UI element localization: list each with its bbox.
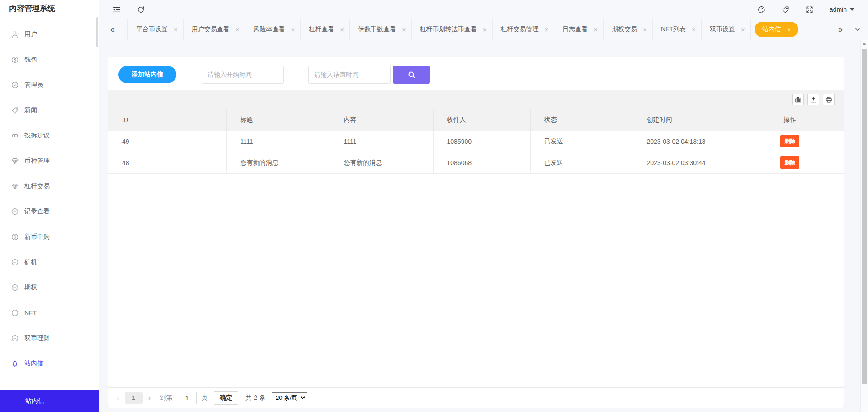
close-icon[interactable]: × bbox=[545, 26, 549, 33]
scrollbar-thumb[interactable] bbox=[862, 49, 867, 384]
close-icon[interactable]: × bbox=[483, 26, 487, 33]
sidebar-item-users[interactable]: 用户 bbox=[0, 22, 99, 47]
tab[interactable]: 期权交易× bbox=[604, 19, 653, 40]
tab[interactable]: 平台币设置× bbox=[127, 19, 184, 40]
col-header-id: ID bbox=[108, 109, 226, 131]
sidebar-item-wallet[interactable]: 钱包 bbox=[0, 47, 99, 72]
app-title: 内容管理系统 bbox=[0, 0, 99, 16]
messages-table: ID 标题 内容 收件人 状态 创建时间 操作 49 1111 1111 108… bbox=[108, 109, 844, 174]
confirm-page-button[interactable]: 确定 bbox=[214, 391, 238, 405]
columns-filter-button[interactable] bbox=[792, 94, 804, 105]
close-icon[interactable]: × bbox=[402, 26, 406, 33]
end-time-input[interactable] bbox=[308, 66, 391, 84]
tab[interactable]: NFT列表× bbox=[653, 19, 702, 40]
cell-title: 您有新的消息 bbox=[226, 152, 330, 173]
sidebar-item-label: NFT bbox=[24, 309, 37, 317]
sidebar-item-label: 钱包 bbox=[24, 56, 37, 64]
search-icon bbox=[408, 71, 415, 79]
sidebar-item-records[interactable]: 记录查看 bbox=[0, 199, 99, 224]
sidebar-item-feedback[interactable]: 投拆建议 bbox=[0, 123, 99, 148]
dollar-coin-icon bbox=[11, 56, 19, 63]
col-header-created: 创建时间 bbox=[633, 109, 736, 131]
close-icon[interactable]: × bbox=[340, 26, 344, 33]
tab[interactable]: 用户交易查看× bbox=[184, 19, 245, 40]
col-header-recipient: 收件人 bbox=[433, 109, 530, 131]
collapse-menu-icon[interactable] bbox=[113, 6, 121, 14]
tabs-scroll-right-button[interactable]: » bbox=[838, 25, 843, 34]
sidebar-item-admins[interactable]: 管理员 bbox=[0, 72, 99, 98]
sidebar-item-leverage[interactable]: 杠杆交易 bbox=[0, 174, 99, 199]
sidebar-item-label: 管理员 bbox=[24, 81, 43, 89]
tab-active-messages[interactable]: 站内信× bbox=[755, 22, 799, 37]
tab[interactable]: 日志查看× bbox=[554, 19, 604, 40]
goto-page-input[interactable] bbox=[177, 392, 197, 404]
delete-button[interactable]: 删除 bbox=[780, 156, 799, 169]
tag-icon[interactable] bbox=[782, 6, 789, 14]
delete-button[interactable]: 删除 bbox=[780, 135, 799, 147]
tab-label: NFT列表 bbox=[661, 25, 686, 33]
user-menu[interactable]: admin bbox=[830, 6, 854, 13]
sidebar-submenu-messages-active[interactable]: 站内信 bbox=[0, 390, 99, 412]
col-header-actions: 操作 bbox=[736, 109, 844, 131]
coin-icon bbox=[11, 259, 19, 266]
tab[interactable]: 风险率查看× bbox=[245, 19, 301, 40]
sidebar-item-new-coin[interactable]: 新币申购 bbox=[0, 224, 99, 250]
messages-card: 添加站内信 bbox=[108, 57, 844, 408]
print-button[interactable] bbox=[823, 94, 835, 105]
fullscreen-icon[interactable] bbox=[806, 6, 813, 14]
scrollbar-up-arrow[interactable] bbox=[861, 40, 868, 47]
page-size-select[interactable]: 20 条/页 bbox=[272, 392, 307, 403]
sidebar-item-dual-coin[interactable]: 双币理财 bbox=[0, 326, 99, 351]
tabs-dropdown-icon[interactable] bbox=[854, 26, 861, 33]
palette-icon[interactable] bbox=[758, 6, 765, 14]
tab[interactable]: 双币设置× bbox=[702, 19, 751, 40]
col-header-status: 状态 bbox=[530, 109, 633, 131]
tab-label: 双币设置 bbox=[710, 25, 735, 33]
close-icon[interactable]: × bbox=[643, 26, 647, 33]
tabbar: « 平台币设置× 用户交易查看× 风险率查看× 杠杆查看× 倍数手数查看× 杠杆… bbox=[99, 19, 868, 40]
refresh-icon[interactable] bbox=[137, 6, 145, 14]
add-message-button[interactable]: 添加站内信 bbox=[118, 66, 176, 83]
columns-icon bbox=[795, 96, 802, 103]
prev-page-button[interactable]: ‹ bbox=[117, 393, 119, 403]
sidebar-item-messages[interactable]: 站内信 bbox=[0, 351, 99, 376]
close-icon[interactable]: × bbox=[787, 26, 791, 33]
coin-icon bbox=[11, 284, 19, 291]
sidebar-item-coin-manage[interactable]: 币种管理 bbox=[0, 148, 99, 174]
tab-label: 杠杆币划转法币查看 bbox=[420, 25, 477, 33]
sidebar-item-nft[interactable]: NFT bbox=[0, 300, 99, 326]
close-icon[interactable]: × bbox=[174, 26, 178, 33]
export-icon bbox=[810, 96, 817, 103]
total-count-label: 共 2 条 bbox=[245, 394, 265, 402]
table-row: 48 您有新的消息 您有新的消息 1086068 已发送 2023-03-02 … bbox=[108, 152, 844, 173]
close-icon[interactable]: × bbox=[236, 26, 240, 33]
close-icon[interactable]: × bbox=[291, 26, 295, 33]
current-page-badge[interactable]: 1 bbox=[125, 392, 143, 404]
cell-created: 2023-03-02 04:13:18 bbox=[633, 131, 736, 152]
cell-content: 您有新的消息 bbox=[330, 152, 433, 173]
start-time-input[interactable] bbox=[202, 66, 284, 84]
sidebar-item-options[interactable]: 期权 bbox=[0, 275, 99, 300]
topbar: admin bbox=[99, 0, 868, 19]
export-button[interactable] bbox=[807, 94, 819, 105]
shield-check-icon bbox=[11, 81, 19, 89]
next-page-button[interactable]: › bbox=[148, 393, 151, 403]
tabs-scroll-left-button[interactable]: « bbox=[110, 19, 115, 40]
sidebar-item-news[interactable]: 新闻 bbox=[0, 98, 99, 123]
sidebar-scrollbar-thumb[interactable] bbox=[96, 17, 98, 47]
cell-status: 已发送 bbox=[530, 131, 633, 152]
tab[interactable]: 杠杆币划转法币查看× bbox=[412, 19, 493, 40]
sidebar: 设置 用户 钱包 管理员 新闻 投拆建议 币种管理 杠杆交易 bbox=[0, 0, 99, 412]
vertical-scrollbar bbox=[860, 40, 868, 412]
tab[interactable]: 杠杆交易管理× bbox=[493, 19, 555, 40]
sidebar-item-miner[interactable]: 矿机 bbox=[0, 250, 99, 275]
tab-label: 杠杆查看 bbox=[309, 25, 334, 33]
search-button[interactable] bbox=[393, 66, 430, 84]
sidebar-item-label: 币种管理 bbox=[24, 157, 50, 165]
tab[interactable]: 杠杆查看× bbox=[301, 19, 350, 40]
coin-icon bbox=[11, 309, 19, 317]
close-icon[interactable]: × bbox=[594, 26, 598, 33]
close-icon[interactable]: × bbox=[741, 26, 745, 33]
tab[interactable]: 倍数手数查看× bbox=[350, 19, 412, 40]
close-icon[interactable]: × bbox=[692, 26, 696, 33]
